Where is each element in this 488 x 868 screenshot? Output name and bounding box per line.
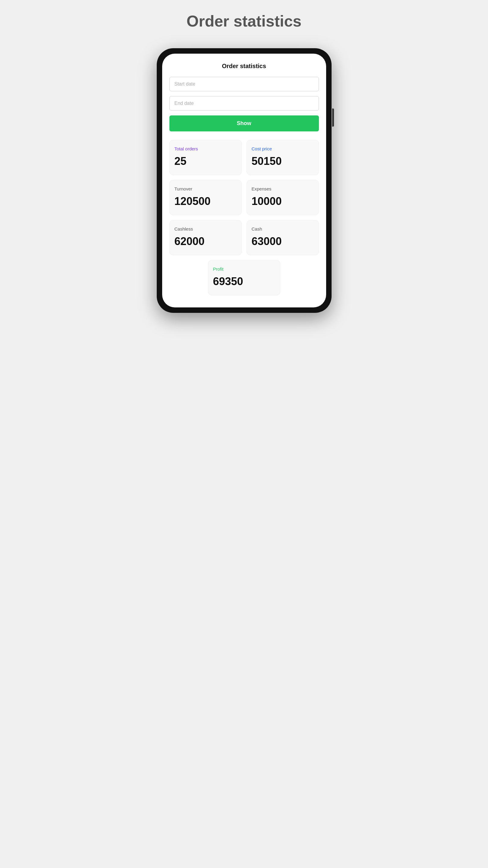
total-orders-value: 25	[175, 155, 187, 167]
cash-value: 63000	[252, 235, 282, 248]
turnover-value: 120500	[175, 195, 211, 208]
screen-title: Order statistics	[170, 63, 319, 70]
cashless-value: 62000	[175, 235, 205, 248]
total-orders-label: Total orders	[175, 146, 198, 151]
cash-card: Cash 63000	[247, 220, 319, 255]
start-date-input[interactable]	[170, 77, 319, 91]
turnover-card: Turnover 120500	[170, 180, 242, 215]
turnover-label: Turnover	[175, 186, 192, 191]
expenses-card: Expenses 10000	[247, 180, 319, 215]
cashless-label: Cashless	[175, 226, 193, 231]
cost-price-card: Cost price 50150	[247, 140, 319, 175]
cost-price-value: 50150	[252, 155, 282, 167]
cash-label: Cash	[252, 226, 262, 231]
cashless-card: Cashless 62000	[170, 220, 242, 255]
page-title: Order statistics	[187, 12, 302, 30]
show-button[interactable]: Show	[170, 116, 319, 131]
end-date-input[interactable]	[170, 96, 319, 111]
profit-value: 69350	[213, 275, 243, 288]
profit-label: Profit	[213, 267, 224, 272]
profit-card: Profit 69350	[208, 260, 280, 296]
cost-price-label: Cost price	[252, 146, 272, 151]
stats-grid: Total orders 25 Cost price 50150 Turnove…	[170, 140, 319, 255]
expenses-label: Expenses	[252, 186, 272, 191]
total-orders-card: Total orders 25	[170, 140, 242, 175]
phone-frame: Order statistics Show Total orders 25 Co…	[157, 48, 332, 313]
phone-screen: Order statistics Show Total orders 25 Co…	[162, 54, 326, 307]
expenses-value: 10000	[252, 195, 282, 208]
